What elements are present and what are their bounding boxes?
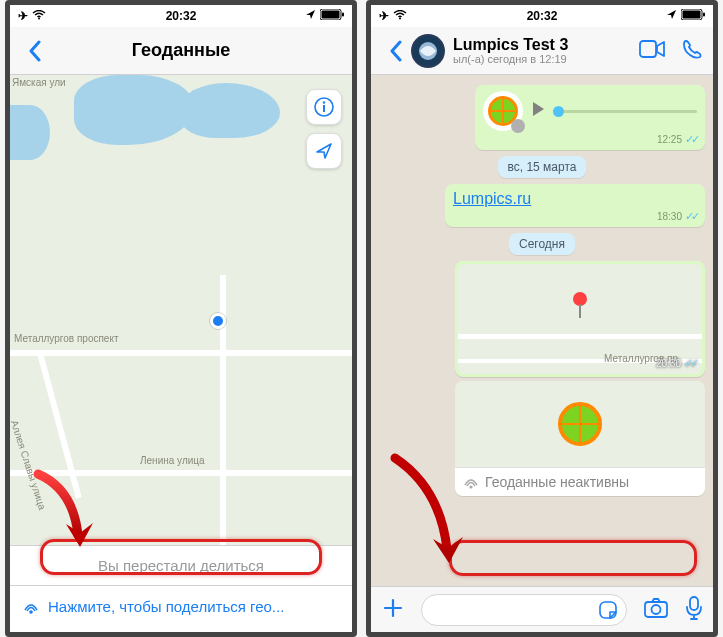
message-time: 20:30 <box>656 358 681 369</box>
battery-icon <box>320 9 344 23</box>
svg-rect-14 <box>640 41 656 57</box>
map-view[interactable]: Металлургов проспект Аллея Славы улица Л… <box>10 75 352 545</box>
link-text[interactable]: Lumpics.ru <box>453 190 531 207</box>
road-label: Металлургов проспект <box>14 333 118 344</box>
video-call-button[interactable] <box>639 40 665 62</box>
live-location-status: Геоданные неактивны <box>455 467 705 496</box>
add-button[interactable] <box>381 596 405 624</box>
phone-right: ✈︎ 20:32 Lumpics Test 3 ыл(-а) сегодня в… <box>366 0 718 637</box>
back-button[interactable] <box>381 36 411 66</box>
voice-track[interactable] <box>553 110 697 113</box>
read-ticks-icon: ✓✓ <box>685 210 697 223</box>
info-button[interactable] <box>306 89 342 125</box>
date-separator: вс, 15 марта <box>498 156 587 178</box>
live-location-message[interactable]: Геоданные неактивны <box>455 381 705 496</box>
chat-body[interactable]: 12:25✓✓ вс, 15 марта Lumpics.ru 18:30✓✓ … <box>371 75 713 588</box>
clock: 20:32 <box>10 9 352 23</box>
svg-rect-6 <box>323 105 325 112</box>
stopped-sharing-label: Вы перестали делиться <box>98 557 264 574</box>
svg-rect-11 <box>703 13 705 17</box>
status-bar: ✈︎ 20:32 <box>371 5 713 27</box>
voice-avatar <box>483 91 523 131</box>
stopped-sharing-banner: Вы перестали делиться <box>10 545 352 586</box>
phone-left: ✈︎ 20:32 Геоданные Металлургов проспект … <box>5 0 357 637</box>
current-location-dot <box>210 313 226 329</box>
mic-button[interactable] <box>685 595 703 625</box>
status-bar: ✈︎ 20:32 <box>10 5 352 27</box>
camera-button[interactable] <box>643 597 669 623</box>
svg-point-15 <box>469 485 472 488</box>
sticker-icon[interactable] <box>598 600 618 624</box>
locate-button[interactable] <box>306 133 342 169</box>
location-thumbnail: Металлургов пр 20:30✓✓ <box>458 264 702 374</box>
wifi-icon <box>393 9 407 23</box>
chat-subtitle: ыл(-а) сегодня в 12:19 <box>453 53 568 65</box>
road-label: Аллея Славы улица <box>10 419 48 511</box>
link-message[interactable]: Lumpics.ru 18:30✓✓ <box>445 184 705 227</box>
live-location-thumbnail <box>455 381 705 467</box>
svg-point-8 <box>399 18 401 20</box>
message-input[interactable] <box>421 594 627 626</box>
voice-call-button[interactable] <box>681 38 703 64</box>
chat-header: Lumpics Test 3 ыл(-а) сегодня в 12:19 <box>371 27 713 75</box>
live-location-icon <box>22 598 40 616</box>
svg-point-5 <box>323 101 325 103</box>
airplane-icon: ✈︎ <box>379 9 389 23</box>
svg-rect-16 <box>600 602 616 618</box>
svg-rect-2 <box>322 11 340 19</box>
live-location-label: Геоданные неактивны <box>485 474 629 490</box>
play-icon[interactable] <box>531 101 545 121</box>
wifi-icon <box>32 9 46 23</box>
clock: 20:32 <box>371 9 713 23</box>
svg-rect-10 <box>683 11 701 19</box>
svg-rect-19 <box>690 597 698 610</box>
share-location-button[interactable]: Нажмите, чтобы поделиться гео... <box>10 586 352 627</box>
road-label: Ленина улица <box>140 455 205 466</box>
pin-icon <box>573 292 587 306</box>
svg-rect-3 <box>342 13 344 17</box>
page-title: Геоданные <box>10 40 352 61</box>
svg-point-0 <box>38 18 40 20</box>
location-arrow-icon <box>666 9 677 23</box>
road-label: Ямская ули <box>12 77 66 88</box>
chat-title-area[interactable]: Lumpics Test 3 ыл(-а) сегодня в 12:19 <box>411 34 639 68</box>
svg-point-7 <box>29 610 33 614</box>
input-bar <box>371 586 713 632</box>
message-time: 18:30 <box>657 211 682 222</box>
voice-message[interactable]: 12:25✓✓ <box>475 85 705 150</box>
location-message[interactable]: Металлургов пр 20:30✓✓ <box>455 261 705 377</box>
date-separator: Сегодня <box>509 233 575 255</box>
read-ticks-icon: ✓✓ <box>684 357 696 370</box>
share-location-label: Нажмите, чтобы поделиться гео... <box>48 598 284 615</box>
airplane-icon: ✈︎ <box>18 9 28 23</box>
message-time: 12:25 <box>657 134 682 145</box>
location-arrow-icon <box>305 9 316 23</box>
live-location-icon <box>463 474 479 490</box>
read-ticks-icon: ✓✓ <box>685 133 697 146</box>
avatar <box>411 34 445 68</box>
nav-bar: Геоданные <box>10 27 352 75</box>
svg-point-18 <box>652 605 661 614</box>
chat-name: Lumpics Test 3 <box>453 36 568 54</box>
battery-icon <box>681 9 705 23</box>
